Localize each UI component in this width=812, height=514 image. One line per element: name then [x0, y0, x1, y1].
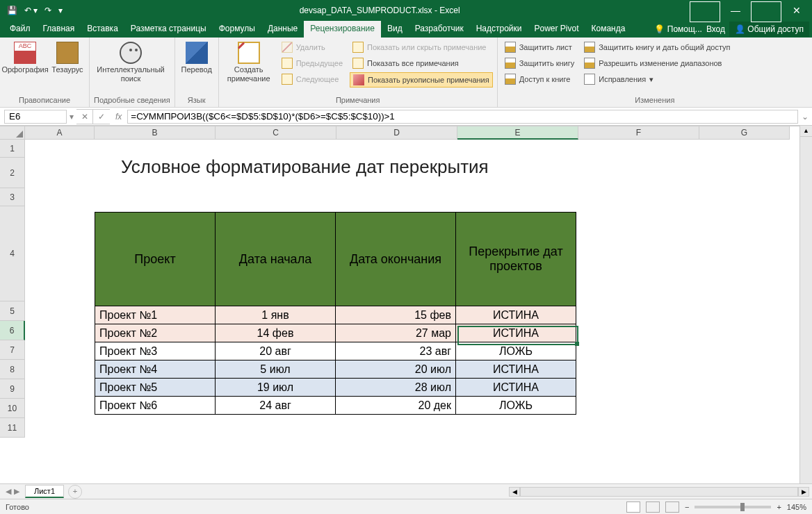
protect-workbook-button[interactable]: Защитить книгу [502, 56, 578, 70]
tab-разметка-страницы[interactable]: Разметка страницы [124, 21, 213, 38]
view-normal-icon[interactable] [626, 501, 640, 513]
cell-start[interactable]: 5 июл [216, 360, 336, 379]
select-all-corner[interactable] [0, 126, 25, 140]
save-icon[interactable]: 💾 [7, 6, 17, 15]
help-button[interactable]: 💡 Помощ... [654, 24, 701, 34]
cell-start[interactable]: 14 фев [216, 324, 336, 342]
row-header-11[interactable]: 11 [0, 418, 25, 438]
cell-overlap[interactable]: ИСТИНА [456, 306, 576, 324]
tab-разработчик[interactable]: Разработчик [409, 21, 470, 38]
cell-project[interactable]: Проект №3 [95, 342, 216, 360]
row-header-8[interactable]: 8 [0, 360, 25, 379]
cell-end[interactable]: 27 мар [336, 324, 456, 342]
view-layout-icon[interactable] [646, 501, 660, 513]
accept-formula-icon[interactable]: ✓ [93, 110, 110, 124]
hscroll-left-icon[interactable]: ◀ [509, 487, 520, 497]
cell-overlap[interactable]: ЛОЖЬ [456, 342, 576, 360]
redo-icon[interactable]: ↷ [44, 6, 51, 15]
sheet-nav[interactable]: ◀▶ [0, 487, 25, 496]
cell-end[interactable]: 28 июл [336, 379, 456, 397]
cell-overlap[interactable]: ЛОЖЬ [456, 397, 576, 415]
cell-end[interactable]: 15 фев [336, 306, 456, 324]
row-header-2[interactable]: 2 [0, 158, 25, 188]
cell-start[interactable]: 19 июл [216, 379, 336, 397]
cell-overlap[interactable]: ИСТИНА [456, 379, 576, 397]
protect-sheet-button[interactable]: Защитить лист [502, 40, 578, 54]
col-header-C[interactable]: C [216, 126, 336, 140]
cell-end[interactable]: 20 июл [336, 360, 456, 379]
protect-share-button[interactable]: Защитить книгу и дать общий доступ [581, 40, 733, 54]
spelling-button[interactable]: Орфография [4, 40, 46, 74]
add-sheet-button[interactable]: + [68, 485, 82, 499]
translate-button[interactable]: Перевод [179, 40, 214, 74]
maximize-icon[interactable] [751, 0, 781, 21]
close-icon[interactable]: ✕ [781, 0, 812, 21]
cell-project[interactable]: Проект №2 [95, 324, 216, 342]
minimize-icon[interactable]: — [720, 0, 751, 21]
tab-формулы[interactable]: Формулы [213, 21, 261, 38]
row-header-4[interactable]: 4 [0, 206, 25, 301]
row-header-1[interactable]: 1 [0, 140, 25, 158]
cell-project[interactable]: Проект №6 [95, 397, 216, 415]
tab-команда[interactable]: Команда [585, 21, 632, 38]
smart-lookup-button[interactable]: Интеллектуальный поиск [94, 40, 168, 83]
row-header-6[interactable]: 6 [0, 321, 25, 340]
col-header-G[interactable]: G [699, 126, 790, 140]
signin-button[interactable]: Вход [706, 24, 725, 34]
show-ink-button[interactable]: Показать рукописные примечания [350, 72, 493, 88]
expand-formula-icon[interactable]: ⌄ [798, 112, 812, 122]
cell-project[interactable]: Проект №1 [95, 306, 216, 324]
qat-dropdown-icon[interactable]: ▾ [58, 6, 63, 15]
sheet-tab[interactable]: Лист1 [25, 485, 64, 498]
vertical-scrollbar[interactable]: ▲ [799, 126, 812, 483]
cells-area[interactable]: Условное форматирование дат перекрытия П… [25, 140, 799, 483]
row-header-9[interactable]: 9 [0, 379, 25, 399]
share-button[interactable]: 👤 Общий доступ [729, 22, 809, 37]
cell-start[interactable]: 24 авг [216, 397, 336, 415]
cell-end[interactable]: 20 дек [336, 397, 456, 415]
spreadsheet-grid[interactable]: ABCDEFG 1234567891011 Условное форматиро… [0, 126, 799, 483]
cell-overlap[interactable]: ИСТИНА [456, 324, 576, 342]
row-header-3[interactable]: 3 [0, 188, 25, 206]
cell-project[interactable]: Проект №4 [95, 360, 216, 379]
row-header-7[interactable]: 7 [0, 340, 25, 360]
fx-icon[interactable]: fx [110, 112, 127, 122]
col-header-E[interactable]: E [457, 126, 578, 140]
undo-icon[interactable]: ↶ ▾ [24, 6, 38, 15]
zoom-slider[interactable] [695, 506, 771, 508]
tab-вид[interactable]: Вид [381, 21, 409, 38]
tab-надстройки[interactable]: Надстройки [470, 21, 528, 38]
thesaurus-button[interactable]: Тезаурус [50, 40, 85, 74]
track-changes-button[interactable]: Исправления ▾ [581, 72, 733, 86]
new-comment-button[interactable]: Создать примечание [223, 40, 275, 83]
zoom-out-icon[interactable]: − [685, 503, 689, 511]
share-workbook-button[interactable]: Доступ к книге [502, 72, 578, 86]
scroll-up-icon[interactable]: ▲ [800, 126, 812, 137]
tab-power-pivot[interactable]: Power Pivot [528, 21, 585, 38]
zoom-in-icon[interactable]: + [777, 503, 781, 511]
row-header-5[interactable]: 5 [0, 301, 25, 321]
hscroll-right-icon[interactable]: ▶ [798, 487, 809, 497]
col-header-D[interactable]: D [336, 126, 457, 140]
ribbon-options-icon[interactable] [690, 0, 720, 21]
formula-input[interactable] [127, 110, 798, 124]
allow-ranges-button[interactable]: Разрешить изменение диапазонов [581, 56, 733, 70]
name-box[interactable] [4, 110, 67, 124]
tab-главная[interactable]: Главная [37, 21, 81, 38]
tab-вставка[interactable]: Вставка [81, 21, 124, 38]
tab-данные[interactable]: Данные [261, 21, 304, 38]
cell-overlap[interactable]: ИСТИНА [456, 360, 576, 379]
showall-comments-button[interactable]: Показать все примечания [350, 56, 493, 70]
col-header-A[interactable]: A [25, 126, 95, 140]
row-header-10[interactable]: 10 [0, 399, 25, 418]
cell-project[interactable]: Проект №5 [95, 379, 216, 397]
cell-start[interactable]: 20 авг [216, 342, 336, 360]
col-header-F[interactable]: F [578, 126, 699, 140]
tab-файл[interactable]: Файл [3, 21, 37, 38]
col-header-B[interactable]: B [95, 126, 216, 140]
cancel-formula-icon[interactable]: ✕ [76, 110, 93, 124]
hscroll-track[interactable] [520, 487, 798, 497]
cell-start[interactable]: 1 янв [216, 306, 336, 324]
view-pagebreak-icon[interactable] [665, 501, 679, 513]
tab-рецензирование[interactable]: Рецензирование [304, 21, 381, 38]
